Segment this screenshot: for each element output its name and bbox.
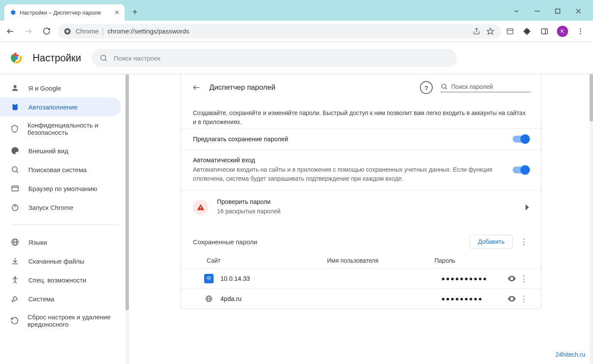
address-bar: Chrome chrome://settings/passwords K: [0, 21, 593, 42]
menu-button[interactable]: [576, 27, 585, 36]
site-favicon: [204, 294, 214, 303]
svg-point-19: [15, 57, 18, 60]
svg-rect-11: [507, 29, 513, 34]
gear-icon: [9, 9, 16, 16]
settings-search[interactable]: [92, 49, 457, 67]
browser-tab[interactable]: Настройки – Диспетчер пароле ✕: [4, 4, 125, 21]
password-masked: ●●●●●●●●●●: [441, 275, 505, 282]
sidebar-item-appearance[interactable]: Внешний вид: [0, 141, 121, 160]
restore-icon: [10, 316, 19, 325]
svg-point-8: [66, 30, 69, 33]
svg-marker-10: [487, 28, 494, 34]
profile-avatar[interactable]: K: [557, 26, 568, 37]
window-titlebar: Настройки – Диспетчер пароле ✕ +: [0, 0, 593, 21]
svg-point-15: [580, 28, 581, 30]
offer-save-title: Предлагать сохранение паролей: [193, 136, 504, 143]
sidebar-item-search-engine[interactable]: Поисковая система: [0, 160, 121, 179]
passwords-table-header: Сайт Имя пользователя Пароль: [181, 253, 541, 268]
person-icon: [10, 84, 20, 92]
wrench-icon: [10, 294, 20, 303]
main-scrollbar[interactable]: [590, 74, 593, 364]
saved-title: Сохраненные пароли: [193, 238, 464, 246]
offer-save-toggle[interactable]: [513, 136, 529, 143]
check-title: Проверить пароли: [217, 198, 516, 205]
saved-more-button[interactable]: ⋮: [519, 237, 529, 246]
password-masked: ●●●●●●●●●: [441, 295, 505, 302]
help-button[interactable]: ?: [420, 81, 433, 94]
svg-rect-23: [12, 104, 18, 110]
sidebar-item-downloads[interactable]: Скачанные файлы: [0, 252, 121, 270]
omnibox-divider: [103, 27, 103, 35]
password-row[interactable]: 4pda.ru ●●●●●●●●● ⋮: [181, 288, 541, 309]
svg-point-25: [12, 167, 17, 172]
omnibox[interactable]: Chrome chrome://settings/passwords: [58, 24, 501, 39]
show-password-button[interactable]: [505, 294, 519, 303]
side-panel-icon[interactable]: [540, 27, 549, 36]
show-password-button[interactable]: [505, 274, 519, 283]
svg-rect-41: [200, 209, 201, 209]
close-window-button[interactable]: [574, 7, 583, 15]
bookmark-star-icon[interactable]: [486, 27, 495, 36]
sidebar-item-default-browser[interactable]: Браузер по умолчанию: [0, 179, 121, 198]
sidebar-item-reset[interactable]: Сброс настроек и удаление вредоносного: [0, 308, 121, 333]
settings-search-input[interactable]: [114, 55, 449, 62]
chevron-down-icon[interactable]: [512, 7, 521, 15]
maximize-button[interactable]: [553, 7, 562, 15]
search-icon: [99, 54, 108, 62]
reload-button[interactable]: [40, 24, 53, 38]
omnibox-url: chrome://settings/passwords: [107, 27, 189, 35]
card-header: Диспетчер паролей ?: [181, 74, 541, 101]
column-user: Имя пользователя: [327, 257, 434, 264]
svg-rect-27: [12, 186, 18, 191]
add-password-button[interactable]: Добавить: [470, 235, 513, 249]
sidebar-item-accessibility[interactable]: Спец. возможности: [0, 270, 121, 289]
sidebar: Я и Google Автозаполнение Конфиденциальн…: [0, 74, 129, 364]
svg-point-22: [14, 85, 17, 88]
sidebar-item-you-and-google[interactable]: Я и Google: [0, 79, 121, 97]
window-icon: [10, 184, 20, 193]
sidebar-item-languages[interactable]: Языки: [0, 233, 121, 252]
back-button[interactable]: [3, 24, 17, 38]
main-content: Диспетчер паролей ? Создавайте, сохраняй…: [129, 74, 593, 364]
sidebar-scrollbar[interactable]: [125, 74, 129, 364]
svg-marker-42: [526, 204, 529, 210]
back-arrow-button[interactable]: [191, 82, 202, 93]
svg-rect-13: [541, 29, 547, 34]
settings-header: Настройки: [0, 42, 593, 74]
search-icon: [440, 83, 448, 90]
download-icon: [10, 257, 20, 265]
clipboard-icon: [10, 103, 20, 111]
sidebar-item-system[interactable]: Система: [0, 289, 121, 308]
window-controls: [512, 7, 593, 21]
row-more-button[interactable]: ⋮: [519, 274, 529, 283]
password-row[interactable]: 10.0.14.33 ●●●●●●●●●● ⋮: [181, 268, 541, 288]
chrome-logo-icon: [10, 52, 22, 64]
site-favicon: [204, 274, 214, 283]
password-search[interactable]: [440, 83, 531, 92]
omnibox-app-label: Chrome: [76, 27, 98, 35]
forward-button[interactable]: [21, 24, 35, 38]
auto-signin-toggle[interactable]: [513, 167, 529, 173]
power-icon: [10, 203, 20, 212]
new-tab-button[interactable]: +: [128, 5, 142, 19]
extensions-icon[interactable]: [523, 27, 532, 36]
offer-save-setting: Предлагать сохранение паролей: [181, 128, 541, 149]
share-icon[interactable]: [472, 27, 481, 36]
close-tab-button[interactable]: ✕: [114, 9, 119, 16]
password-search-input[interactable]: [451, 83, 531, 90]
sidebar-item-privacy[interactable]: Конфиденциальность и безопасность: [0, 116, 121, 141]
reading-list-icon[interactable]: [505, 27, 515, 36]
sidebar-item-autofill[interactable]: Автозаполнение: [0, 97, 121, 116]
sidebar-item-on-startup[interactable]: Запуск Chrome: [0, 198, 121, 217]
svg-point-16: [580, 30, 581, 32]
shield-icon: [10, 124, 19, 133]
svg-rect-24: [14, 103, 16, 105]
search-icon: [10, 165, 20, 174]
svg-point-36: [14, 277, 15, 278]
saved-passwords-header: Сохраненные пароли Добавить ⋮: [181, 224, 541, 253]
svg-rect-40: [200, 206, 201, 208]
minimize-button[interactable]: [533, 7, 541, 15]
check-passwords-row[interactable]: Проверить пароли 16 раскрытых паролей: [181, 190, 541, 224]
row-more-button[interactable]: ⋮: [519, 294, 529, 303]
card-title: Диспетчер паролей: [209, 83, 412, 92]
